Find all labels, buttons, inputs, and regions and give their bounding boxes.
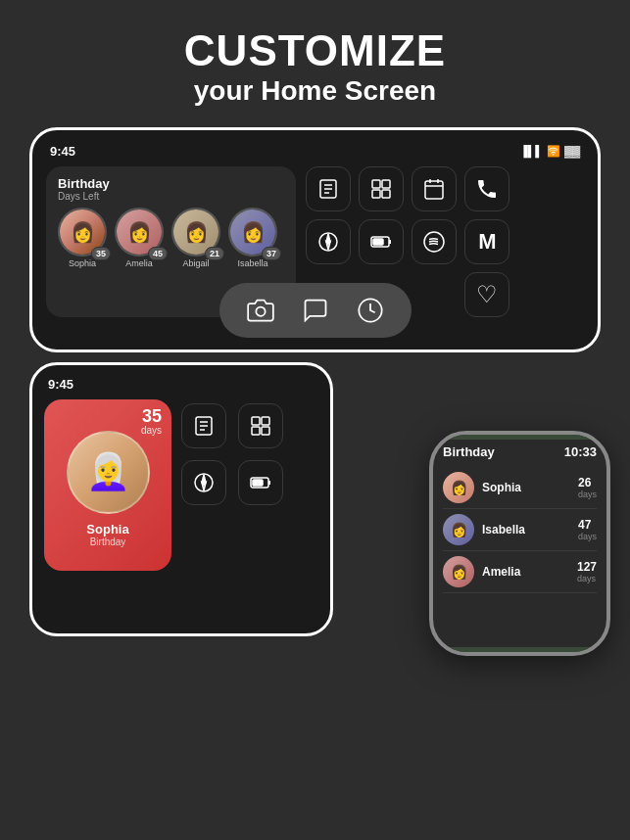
spotify-app-icon[interactable] [412, 219, 457, 264]
status-icons: ▐▌▌ 🛜 ▓▓ [520, 145, 580, 158]
watch-amelia-days: 127 days [577, 560, 597, 583]
status-time: 9:45 [50, 144, 75, 159]
status-bar: 9:45 ▐▌▌ 🛜 ▓▓ [46, 144, 584, 166]
watch-isabella-days: 47 days [578, 518, 597, 541]
empty-slot-3 [412, 272, 457, 317]
abigail-days-badge: 21 [205, 247, 224, 260]
watch-content: Birthday 10:33 👩 Sophia 26 days 👩 Isabel… [433, 435, 606, 652]
dock-message-icon[interactable] [298, 293, 333, 328]
widget-title: Birthday [58, 176, 284, 191]
m-app-icon[interactable]: M [464, 219, 509, 264]
svg-rect-26 [252, 417, 260, 425]
amelia-days-badge: 45 [148, 247, 168, 260]
dock [219, 283, 412, 338]
watch-avatar-isabella: 👩 [443, 514, 474, 545]
battery-app-icon[interactable] [359, 219, 404, 264]
svg-rect-4 [372, 180, 380, 188]
contact-abigail: 👩 21 Abigail [171, 208, 220, 268]
contact-avatar-wrapper-abigail: 👩 21 [171, 208, 220, 257]
contact-isabella: 👩 37 Isabella [228, 208, 277, 268]
bottom-status-bar: 9:45 [44, 377, 318, 399]
contact-sophia: 👩 35 Sophia [58, 208, 107, 268]
watch-contact-info-amelia: Amelia [482, 565, 569, 579]
bottom-icons-grid [181, 403, 285, 571]
bottom-section: 9:45 35 days 👩‍🦳 Sophia Birthday [0, 362, 630, 646]
watch-contact-info-sophia: Sophia [482, 481, 570, 494]
svg-rect-7 [382, 190, 390, 198]
bottom-phone-content: 35 days 👩‍🦳 Sophia Birthday [44, 399, 318, 571]
phone-mockup-top: 9:45 ▐▌▌ 🛜 ▓▓ Birthday Days Left 👩 35 [29, 127, 601, 352]
watch-band-top [451, 431, 589, 440]
phone-app-icon[interactable] [464, 166, 509, 211]
header: CUSTOMIZE your Home Screen [0, 0, 630, 127]
watch-sophia-days: 26 days [578, 476, 597, 499]
days-label: days [141, 425, 162, 436]
widget-subtitle: Days Left [58, 191, 284, 202]
svg-rect-27 [262, 417, 269, 425]
svg-rect-6 [372, 190, 380, 198]
card-avatar: 👩‍🦳 [67, 431, 150, 514]
bottom-battery-icon[interactable] [238, 460, 283, 505]
birthday-card-days: 35 days [141, 407, 162, 436]
dock-clock-icon[interactable] [353, 293, 388, 328]
notes-icon[interactable] [306, 166, 351, 211]
heart-app-icon[interactable]: ♡ [464, 272, 509, 317]
svg-rect-18 [373, 239, 383, 245]
watch-time: 10:33 [564, 444, 597, 459]
calendar-app-icon[interactable] [412, 166, 457, 211]
contact-avatar-wrapper-isabella: 👩 37 [228, 208, 277, 257]
dock-camera-icon[interactable] [243, 293, 278, 328]
card-name: Sophia [86, 522, 128, 537]
watch-avatar-amelia: 👩 [443, 556, 474, 587]
isabella-days-badge: 37 [262, 247, 281, 260]
bottom-compass-icon[interactable] [181, 460, 226, 505]
svg-rect-5 [382, 180, 390, 188]
sophia-days-badge: 35 [91, 247, 111, 260]
svg-rect-29 [262, 427, 269, 435]
compass-app-icon[interactable] [306, 219, 351, 264]
signal-icon: ▐▌▌ [520, 145, 543, 157]
svg-point-20 [256, 306, 265, 315]
grid-app-icon[interactable] [359, 166, 404, 211]
watch-contact-amelia: 👩 Amelia 127 days [443, 551, 597, 593]
svg-marker-14 [326, 242, 330, 250]
svg-rect-8 [425, 181, 443, 199]
watch-sophia-name: Sophia [482, 481, 570, 494]
card-type: Birthday [90, 537, 126, 547]
watch-contact-info-isabella: Isabella [482, 523, 570, 537]
svg-marker-32 [202, 483, 206, 490]
watch-avatar-sophia: 👩 [443, 472, 474, 503]
wifi-icon: 🛜 [547, 145, 560, 158]
contacts-row: 👩 35 Sophia 👩 45 Amelia [58, 208, 284, 268]
bottom-status-time: 9:45 [48, 377, 73, 392]
watch-title: Birthday [443, 444, 495, 459]
watch-mockup: Birthday 10:33 👩 Sophia 26 days 👩 Isabel… [429, 431, 610, 656]
header-title: CUSTOMIZE [20, 27, 610, 74]
contact-avatar-wrapper-amelia: 👩 45 [115, 208, 164, 257]
bottom-grid-icon[interactable] [238, 403, 283, 448]
sophia-name: Sophia [69, 258, 96, 268]
watch-isabella-name: Isabella [482, 523, 570, 537]
watch-header: Birthday 10:33 [443, 444, 597, 459]
contact-amelia: 👩 45 Amelia [115, 208, 164, 268]
isabella-name: Isabella [237, 258, 267, 268]
header-subtitle: your Home Screen [20, 74, 610, 108]
days-number: 35 [141, 407, 162, 425]
battery-icon: ▓▓ [564, 145, 580, 157]
watch-band-bottom [451, 647, 589, 656]
watch-contact-isabella: 👩 Isabella 47 days [443, 509, 597, 551]
svg-rect-36 [253, 480, 263, 486]
watch-contact-sophia: 👩 Sophia 26 days [443, 467, 597, 509]
bottom-notes-icon[interactable] [181, 403, 226, 448]
watch-amelia-name: Amelia [482, 565, 569, 579]
phone-mockup-bottom: 9:45 35 days 👩‍🦳 Sophia Birthday [29, 362, 333, 636]
birthday-card: 35 days 👩‍🦳 Sophia Birthday [44, 399, 171, 571]
card-avatar-inner: 👩‍🦳 [86, 451, 130, 492]
abigail-name: Abigail [182, 258, 209, 268]
svg-rect-28 [252, 427, 260, 435]
contact-avatar-wrapper-sophia: 👩 35 [58, 208, 107, 257]
amelia-name: Amelia [125, 258, 153, 268]
